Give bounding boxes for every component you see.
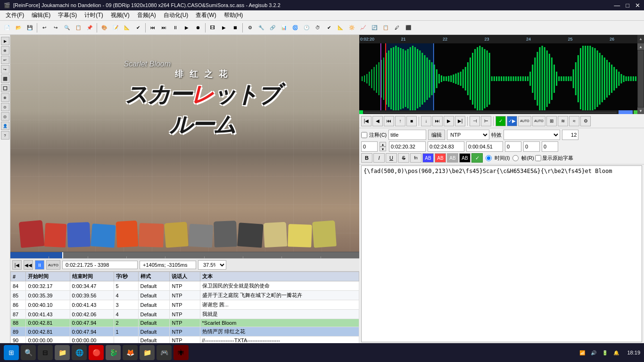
lp-btn-5[interactable]: ⬛ [1, 74, 9, 83]
lp-btn-10[interactable]: 👤 [1, 122, 9, 130]
taskbar-taskview[interactable]: ⊟ [38, 345, 53, 360]
underline-button[interactable]: U [386, 153, 397, 163]
minimize-button[interactable]: — [614, 2, 620, 9]
tb-extra4[interactable]: 📊 [279, 23, 289, 33]
table-row[interactable]: 900:00:00.000:00:00.00DefaultNTP//------… [11, 337, 359, 344]
pb-zoom-select[interactable]: 37.5% 12.5% 25% 50% 75% 100% 150% 200% [198, 260, 226, 270]
taskbar-app1[interactable]: 🔴 [89, 345, 104, 360]
pb-auto[interactable]: AUTO [46, 260, 60, 270]
tb-extra13[interactable]: 📋 [380, 23, 391, 33]
tb-extra5[interactable]: 🌀 [290, 23, 300, 33]
table-row[interactable]: 850:00:35.390:00:39.564DefaultNTP盛开于王之庭院… [11, 291, 359, 300]
start-offset-input[interactable] [361, 141, 378, 152]
effect-dropdown[interactable] [504, 130, 560, 140]
wf-stop[interactable]: ■ [406, 116, 417, 126]
wf-accept[interactable]: ✓ [495, 116, 506, 126]
tb-timing2[interactable]: ⏭ [159, 23, 169, 33]
tb-extra10[interactable]: 🔆 [347, 23, 357, 33]
wf-commit-prev[interactable]: ⊣ [470, 116, 480, 126]
wf-accept-next[interactable]: ✓▶ [507, 116, 517, 126]
menu-video[interactable]: 视频(V) [107, 10, 133, 20]
tb-redo[interactable]: ↪ [50, 23, 61, 33]
pb-prev-frame[interactable]: |◀ [12, 260, 22, 270]
wf-next-line[interactable]: ↓ [421, 116, 431, 126]
tb-spell[interactable]: ✔ [133, 23, 143, 33]
tb-extra1[interactable]: ⚙ [245, 23, 255, 33]
tb-undo[interactable]: ↩ [39, 23, 50, 33]
show-original-checkbox[interactable] [535, 155, 541, 161]
tb-extra6[interactable]: 🕐 [301, 23, 312, 33]
tb-timing4[interactable]: ▶ [182, 23, 192, 33]
start-down-btn[interactable]: ▼ [380, 147, 386, 151]
battery-icon[interactable]: 🔋 [601, 349, 609, 356]
tb-timing3[interactable]: ⏸ [170, 23, 181, 33]
taskbar-search[interactable]: 🔍 [21, 345, 36, 360]
wf-auto1[interactable]: AUTO [518, 116, 531, 126]
network-icon[interactable]: 📶 [578, 349, 586, 356]
wf-commit-next[interactable]: ⊢ [481, 116, 491, 126]
layer-input[interactable] [562, 130, 578, 140]
start-up-btn[interactable]: ▲ [380, 142, 386, 147]
lp-btn-8[interactable]: ⊙ [1, 103, 9, 111]
taskbar-app2[interactable]: 🐉 [106, 345, 121, 360]
tb-extra2[interactable]: 🔧 [256, 23, 266, 33]
wf-fast-fwd[interactable]: ⏭ [432, 116, 443, 126]
tb-styles[interactable]: 🎨 [99, 23, 109, 33]
pb-pause[interactable]: ⏸ [35, 260, 44, 270]
taskbar-start[interactable]: ⊞ [4, 345, 19, 360]
wf-scroll-down[interactable]: ▼ [637, 107, 644, 114]
tb-timing1[interactable]: ⏮ [148, 23, 158, 33]
taskbar-edge[interactable]: 🌐 [72, 345, 87, 360]
wf-fast-back[interactable]: ⏮ [384, 116, 394, 126]
tb-open[interactable]: 📂 [13, 23, 24, 33]
tb-paste[interactable]: 📌 [84, 23, 95, 33]
duration-input[interactable] [466, 141, 503, 152]
tb-extra9[interactable]: 📐 [335, 23, 346, 33]
tb-video1[interactable]: 🎞 [207, 23, 218, 33]
color-btn1[interactable]: AB [422, 153, 434, 163]
tb-new[interactable]: 📄 [2, 23, 12, 33]
wf-auto2[interactable]: AUTO [532, 116, 545, 126]
video-area[interactable]: Scarlet Bloom 绯 红 之 花 スカーレットブルーム [10, 35, 359, 252]
menu-audio[interactable]: 音频(A) [133, 10, 160, 20]
lp-btn-2[interactable]: ⊕ [1, 46, 9, 55]
comment-checkbox[interactable] [361, 132, 367, 138]
lp-btn-1[interactable]: ▶ [1, 37, 9, 45]
tb-timing5[interactable]: ⏺ [193, 23, 203, 33]
lp-btn-4[interactable]: ↪ [1, 65, 9, 74]
color-btn2[interactable]: AB [435, 153, 446, 163]
taskbar-app4[interactable]: 🎮 [157, 345, 172, 360]
title-input[interactable] [388, 130, 426, 140]
offset2-input[interactable] [523, 141, 540, 152]
strikethrough-button[interactable]: S̶ [398, 153, 409, 163]
maximize-button[interactable]: □ [626, 2, 629, 9]
table-row[interactable]: 890:00:42.810:00:47.941DefaultNTP热情严厉 绯红… [11, 327, 359, 337]
menu-help[interactable]: 帮助(H) [220, 10, 247, 20]
tb-save[interactable]: 💾 [25, 23, 35, 33]
taskbar-explorer[interactable]: 📁 [55, 345, 70, 360]
bold-button[interactable]: B [361, 153, 372, 163]
italic-button[interactable]: I [373, 153, 385, 163]
tb-extra3[interactable]: 🔗 [267, 23, 278, 33]
menu-automate[interactable]: 自动化(U) [160, 10, 192, 20]
offset3-input[interactable] [542, 141, 558, 152]
start-time-input[interactable] [389, 141, 426, 152]
tb-properties[interactable]: 📝 [110, 23, 121, 33]
tb-extra8[interactable]: ✔ [324, 23, 334, 33]
end-time-input[interactable] [428, 141, 464, 152]
notification-icon[interactable]: 🔔 [612, 349, 620, 356]
radio-time[interactable] [486, 155, 492, 161]
volume-icon[interactable]: 🔊 [590, 349, 597, 356]
taskbar-firefox[interactable]: 🦊 [123, 345, 138, 360]
taskbar-app3[interactable]: 📁 [140, 345, 155, 360]
lp-btn-6[interactable]: 🔲 [1, 84, 9, 92]
scrubbar[interactable] [10, 252, 359, 258]
wf-waveform[interactable]: ≋ [558, 116, 568, 126]
table-row[interactable]: 840:00:32.170:00:34.475DefaultNTP保卫国民的安全… [11, 281, 359, 291]
close-button[interactable]: ✕ [635, 2, 640, 9]
style-dropdown[interactable]: NTP Default title [447, 130, 489, 140]
subtitle-text-editor[interactable]: {\fad(500,0)\pos(960,213)\be2\fs45}Scar{… [361, 165, 642, 342]
color-apply-btn[interactable]: ✓ [471, 153, 483, 163]
taskbar-app5[interactable]: 🕷 [173, 345, 189, 360]
lp-btn-7[interactable]: ⊗ [1, 93, 9, 102]
